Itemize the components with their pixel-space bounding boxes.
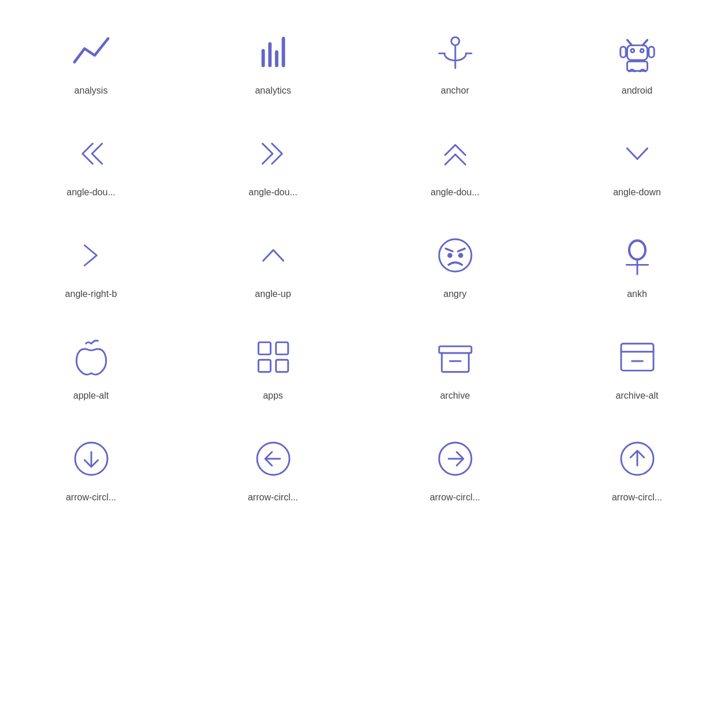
arrow-circle-right-icon [432,436,478,482]
svg-rect-27 [276,342,288,354]
arrow-circle-up-label: arrow-circl... [612,492,662,503]
icon-cell-android[interactable]: android [546,12,728,113]
angle-double-right-icon [250,131,296,177]
icon-cell-archive[interactable]: archive [364,317,546,418]
angle-right-b-label: angle-right-b [65,289,117,299]
angry-label: angry [443,289,466,299]
icon-cell-angle-down[interactable]: angle-down [546,113,728,215]
archive-alt-label: archive-alt [616,391,659,401]
apps-icon [250,334,296,380]
svg-rect-32 [621,344,653,371]
angle-double-up-icon [432,131,478,177]
anchor-label: anchor [441,86,469,96]
icon-cell-archive-alt[interactable]: archive-alt [546,317,728,418]
angry-icon [432,232,478,278]
archive-label: archive [440,391,470,401]
angle-right-b-icon [68,232,114,278]
icon-cell-apps[interactable]: apps [182,317,364,418]
angle-double-left-icon [68,131,114,177]
apple-alt-icon [68,334,114,380]
arrow-circle-left-label: arrow-circl... [248,492,298,503]
arrow-circle-right-label: arrow-circl... [430,492,480,503]
icon-cell-analytics[interactable]: analytics [182,12,364,113]
ankh-label: ankh [627,289,647,299]
icon-cell-analysis[interactable]: analysis [0,12,182,113]
icon-cell-arrow-circle-up[interactable]: arrow-circl... [546,418,728,520]
android-label: android [622,86,652,96]
apple-alt-label: apple-alt [73,391,109,401]
apps-label: apps [263,391,283,401]
angle-up-label: angle-up [255,289,291,299]
angle-down-icon [614,131,660,177]
angle-up-icon [250,232,296,278]
svg-rect-28 [258,360,270,372]
archive-alt-icon [614,334,660,380]
icon-cell-angle-up[interactable]: angle-up [182,215,364,317]
angle-double-up-label: angle-dou... [430,187,480,198]
icon-cell-apple-alt[interactable]: apple-alt [0,317,182,418]
anchor-icon [432,29,478,75]
svg-point-23 [629,240,645,259]
svg-line-11 [627,40,632,45]
angle-double-left-label: angle-dou... [66,187,116,198]
icon-cell-angle-double-right[interactable]: angle-dou... [182,113,364,215]
analysis-label: analysis [75,86,108,96]
ankh-icon [614,232,660,278]
android-icon [614,29,660,75]
icon-cell-ankh[interactable]: ankh [546,215,728,317]
analytics-icon [250,29,296,75]
svg-rect-29 [276,360,288,372]
archive-icon [432,334,478,380]
icon-cell-angry[interactable]: angry [364,215,546,317]
analysis-icon [68,29,114,75]
svg-rect-8 [627,45,647,60]
svg-point-9 [630,49,634,53]
icon-cell-arrow-circle-down[interactable]: arrow-circl... [0,418,182,520]
svg-rect-14 [620,47,625,58]
arrow-circle-up-icon [614,436,660,482]
svg-point-10 [640,49,644,53]
icon-grid: analysis analytics anchor [0,0,728,532]
icon-cell-anchor[interactable]: anchor [364,12,546,113]
arrow-circle-down-icon [68,436,114,482]
angle-down-label: angle-down [613,187,661,198]
svg-point-4 [451,37,459,45]
svg-point-18 [439,239,471,272]
svg-line-19 [445,248,452,251]
angle-double-right-label: angle-dou... [248,187,298,198]
svg-line-20 [458,248,465,251]
svg-rect-26 [258,342,270,354]
arrow-circle-down-label: arrow-circl... [66,492,116,503]
icon-cell-arrow-circle-left[interactable]: arrow-circl... [182,418,364,520]
svg-line-12 [642,40,647,45]
icon-cell-angle-double-up[interactable]: angle-dou... [364,113,546,215]
svg-rect-15 [648,47,653,58]
analytics-label: analytics [255,86,291,96]
icon-cell-angle-double-left[interactable]: angle-dou... [0,113,182,215]
svg-rect-30 [439,346,471,353]
svg-point-21 [448,254,451,257]
icon-cell-angle-right-b[interactable]: angle-right-b [0,215,182,317]
svg-point-22 [459,254,462,257]
icon-cell-arrow-circle-right[interactable]: arrow-circl... [364,418,546,520]
arrow-circle-left-icon [250,436,296,482]
